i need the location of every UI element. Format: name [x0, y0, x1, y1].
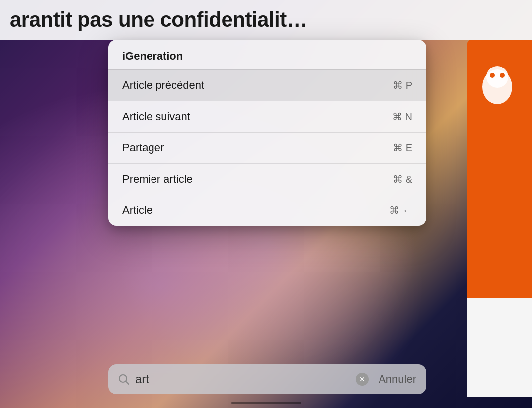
menu-item-shortcut: ⌘ P — [393, 79, 412, 91]
svg-point-3 — [500, 73, 505, 78]
header-bar: arantit pas une confidentialit… — [0, 0, 532, 40]
menu-item-label: Premier article — [122, 173, 193, 186]
menu-item-shortcut: ⌘ E — [393, 142, 412, 154]
menu-item-article[interactable]: Article ⌘ ← — [108, 195, 426, 226]
svg-point-1 — [486, 66, 508, 88]
menu-item-label: Article suivant — [122, 110, 190, 123]
menu-item-shortcut: ⌘ ← — [389, 204, 412, 216]
menu-section-title: iGeneration — [108, 40, 426, 69]
home-indicator — [231, 402, 301, 404]
clear-icon: ✕ — [359, 375, 365, 383]
menu-item-partager[interactable]: Partager ⌘ E — [108, 132, 426, 163]
menu-item-shortcut: ⌘ & — [393, 173, 412, 185]
search-bar: ✕ Annuler — [108, 364, 426, 394]
svg-point-4 — [119, 375, 127, 382]
menu-item-article-suivant[interactable]: Article suivant ⌘ N — [108, 101, 426, 132]
menu-item-label: Article — [122, 204, 152, 217]
dropdown-menu: iGeneration Article précédent ⌘ P Articl… — [108, 40, 426, 226]
svg-point-2 — [490, 73, 495, 78]
search-bar-container: ✕ Annuler — [108, 364, 426, 394]
panel-icon — [477, 65, 517, 104]
white-card — [467, 298, 532, 397]
menu-item-label: Partager — [122, 141, 164, 154]
svg-line-5 — [126, 382, 129, 385]
page-title: arantit pas une confidentialit… — [10, 8, 307, 32]
menu-item-label: Article précédent — [122, 79, 204, 92]
menu-item-article-precedent[interactable]: Article précédent ⌘ P — [108, 69, 426, 101]
search-icon — [118, 374, 129, 385]
clear-search-button[interactable]: ✕ — [356, 373, 369, 386]
search-input[interactable] — [135, 372, 350, 386]
menu-item-premier-article[interactable]: Premier article ⌘ & — [108, 163, 426, 195]
menu-item-shortcut: ⌘ N — [392, 111, 412, 123]
cancel-search-button[interactable]: Annuler — [375, 373, 416, 386]
